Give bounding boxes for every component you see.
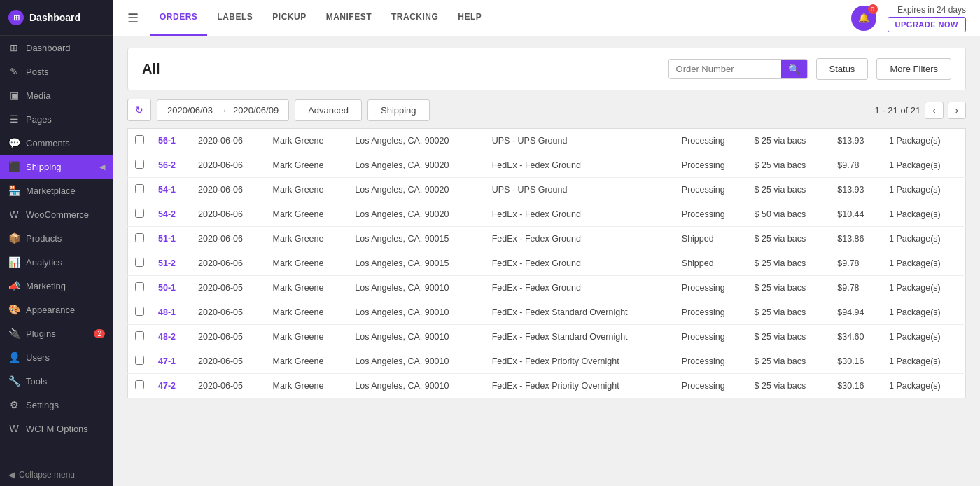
sidebar-item-tools[interactable]: 🔧 Tools bbox=[0, 369, 113, 393]
order-link[interactable]: 51-2 bbox=[158, 258, 176, 268]
order-id-cell: 51-2 bbox=[151, 251, 191, 276]
row-checkbox[interactable] bbox=[135, 282, 144, 291]
order-address-cell: Los Angeles, CA, 90015 bbox=[348, 251, 484, 276]
order-link[interactable]: 50-1 bbox=[158, 283, 176, 293]
order-link[interactable]: 48-1 bbox=[158, 307, 176, 317]
sidebar-logo[interactable]: ⊞ Dashboard bbox=[0, 0, 113, 36]
topnav-link-labels[interactable]: LABELS bbox=[207, 0, 262, 36]
sidebar-item-plugins[interactable]: 🔌 Plugins 2 bbox=[0, 321, 113, 345]
row-checkbox[interactable] bbox=[135, 331, 144, 340]
order-address-cell: Los Angeles, CA, 90010 bbox=[348, 374, 484, 398]
order-carrier-cell: FedEx - Fedex Ground bbox=[485, 251, 675, 276]
order-amount-cell: $34.60 bbox=[830, 325, 882, 349]
sidebar-item-analytics[interactable]: 📊 Analytics bbox=[0, 250, 113, 274]
sidebar-item-posts[interactable]: ✎ Posts bbox=[0, 60, 113, 83]
row-checkbox[interactable] bbox=[135, 307, 144, 316]
more-filters-button[interactable]: More Filters bbox=[876, 58, 951, 80]
order-carrier-cell: UPS - UPS Ground bbox=[485, 178, 675, 202]
order-link[interactable]: 48-2 bbox=[158, 332, 176, 342]
order-name-cell: Mark Greene bbox=[266, 349, 349, 374]
sidebar-item-marketplace[interactable]: 🏪 Marketplace bbox=[0, 179, 113, 202]
row-checkbox[interactable] bbox=[135, 356, 144, 365]
topnav-link-pickup[interactable]: PICKUP bbox=[262, 0, 316, 36]
order-link[interactable]: 54-1 bbox=[158, 185, 176, 195]
order-link[interactable]: 56-2 bbox=[158, 160, 176, 170]
order-payment-cell: $ 25 via bacs bbox=[748, 153, 831, 178]
sidebar-item-label: Analytics bbox=[26, 257, 62, 268]
row-checkbox[interactable] bbox=[135, 184, 144, 193]
order-link[interactable]: 54-2 bbox=[158, 209, 176, 219]
row-checkbox[interactable] bbox=[135, 233, 144, 242]
table-row: 48-1 2020-06-05 Mark Greene Los Angeles,… bbox=[128, 300, 966, 325]
upgrade-button[interactable]: UPGRADE NOW bbox=[888, 17, 966, 32]
sidebar-item-users[interactable]: 👤 Users bbox=[0, 345, 113, 369]
sidebar-item-label: Settings bbox=[26, 400, 59, 410]
order-number-search-button[interactable]: 🔍 bbox=[781, 60, 807, 78]
order-link[interactable]: 51-1 bbox=[158, 234, 176, 244]
order-packages-cell: 1 Package(s) bbox=[882, 202, 965, 227]
refresh-button[interactable]: ↻ bbox=[127, 99, 151, 121]
pagination-text: 1 - 21 of 21 bbox=[875, 105, 921, 116]
status-filter-button[interactable]: Status bbox=[816, 58, 869, 80]
sidebar-item-dashboard[interactable]: ⊞ Dashboard bbox=[0, 36, 113, 60]
topnav-link-manifest[interactable]: MANIFEST bbox=[316, 0, 382, 36]
row-checkbox[interactable] bbox=[135, 258, 144, 267]
order-carrier-cell: FedEx - Fedex Standard Overnight bbox=[485, 325, 675, 349]
row-checkbox[interactable] bbox=[135, 380, 144, 389]
notification-bell[interactable]: 🔔 0 bbox=[851, 6, 876, 31]
sidebar-item-label: Marketplace bbox=[26, 186, 76, 196]
row-checkbox[interactable] bbox=[135, 135, 144, 144]
topnav-right: 🔔 0 Expires in 24 days UPGRADE NOW bbox=[851, 4, 966, 32]
sidebar-item-settings[interactable]: ⚙ Settings bbox=[0, 393, 113, 417]
shipping-icon: ⬛ bbox=[8, 161, 20, 172]
sidebar-item-products[interactable]: 📦 Products bbox=[0, 226, 113, 250]
order-link[interactable]: 47-1 bbox=[158, 356, 176, 366]
order-status-cell: Processing bbox=[675, 374, 748, 398]
sidebar-item-woocommerce[interactable]: W WooCommerce bbox=[0, 202, 113, 226]
shipping-filter-button[interactable]: Shipping bbox=[368, 99, 430, 121]
row-checkbox[interactable] bbox=[135, 160, 144, 169]
products-icon: 📦 bbox=[8, 232, 20, 244]
order-address-cell: Los Angeles, CA, 90020 bbox=[348, 178, 484, 202]
sidebar-item-comments[interactable]: 💬 Comments bbox=[0, 131, 113, 155]
topnav-link-tracking[interactable]: TRACKING bbox=[382, 0, 448, 36]
row-checkbox-cell bbox=[128, 276, 152, 300]
pagination-prev-button[interactable]: ‹ bbox=[925, 102, 943, 119]
table-row: 51-1 2020-06-06 Mark Greene Los Angeles,… bbox=[128, 227, 966, 251]
sidebar-item-appearance[interactable]: 🎨 Appearance bbox=[0, 298, 113, 321]
topnav-link-help[interactable]: HELP bbox=[448, 0, 491, 36]
table-row: 50-1 2020-06-05 Mark Greene Los Angeles,… bbox=[128, 276, 966, 300]
sidebar-collapse-button[interactable]: ◀ Collapse menu bbox=[0, 464, 113, 486]
expiry-text: Expires in 24 days bbox=[897, 5, 966, 15]
order-link[interactable]: 47-2 bbox=[158, 381, 176, 391]
order-payment-cell: $ 25 via bacs bbox=[748, 374, 831, 398]
woocommerce-icon: W bbox=[8, 209, 20, 220]
table-row: 51-2 2020-06-06 Mark Greene Los Angeles,… bbox=[128, 251, 966, 276]
order-number-filter: 🔍 bbox=[668, 59, 808, 79]
order-number-input[interactable] bbox=[669, 60, 781, 78]
hamburger-icon[interactable]: ☰ bbox=[127, 11, 139, 26]
filter-bar: ↻ 2020/06/03 → 2020/06/09 Advanced Shipp… bbox=[127, 99, 966, 121]
pagination-next-button[interactable]: › bbox=[948, 102, 966, 119]
advanced-filter-button[interactable]: Advanced bbox=[295, 99, 362, 121]
row-checkbox[interactable] bbox=[135, 209, 144, 218]
sidebar-item-pages[interactable]: ☰ Pages bbox=[0, 107, 113, 131]
order-id-cell: 48-1 bbox=[151, 300, 191, 325]
sidebar-item-marketing[interactable]: 📣 Marketing bbox=[0, 274, 113, 298]
date-range-button[interactable]: 2020/06/03 → 2020/06/09 bbox=[157, 99, 289, 121]
order-name-cell: Mark Greene bbox=[266, 300, 349, 325]
order-id-cell: 47-1 bbox=[151, 349, 191, 374]
order-address-cell: Los Angeles, CA, 90010 bbox=[348, 300, 484, 325]
order-link[interactable]: 56-1 bbox=[158, 136, 176, 146]
table-row: 54-2 2020-06-06 Mark Greene Los Angeles,… bbox=[128, 202, 966, 227]
order-name-cell: Mark Greene bbox=[266, 129, 349, 153]
row-checkbox-cell bbox=[128, 227, 152, 251]
sidebar-item-shipping[interactable]: ⬛ Shipping ◀ bbox=[0, 155, 113, 179]
table-row: 54-1 2020-06-06 Mark Greene Los Angeles,… bbox=[128, 178, 966, 202]
table-row: 56-1 2020-06-06 Mark Greene Los Angeles,… bbox=[128, 129, 966, 153]
sidebar-item-media[interactable]: ▣ Media bbox=[0, 83, 113, 107]
topnav-link-orders[interactable]: ORDERS bbox=[150, 0, 207, 36]
order-packages-cell: 1 Package(s) bbox=[882, 374, 965, 398]
order-carrier-cell: FedEx - Fedex Ground bbox=[485, 227, 675, 251]
sidebar-item-wcfm[interactable]: W WCFM Options bbox=[0, 417, 113, 440]
